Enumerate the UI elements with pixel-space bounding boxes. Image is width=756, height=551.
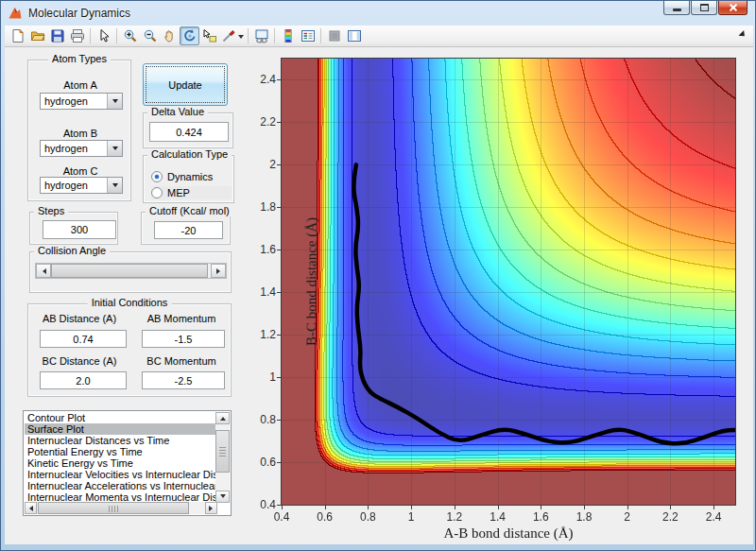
show-plot-tools-icon xyxy=(347,28,362,43)
insert-colorbar-button[interactable] xyxy=(278,26,298,45)
y-tick-label: 1.6 xyxy=(248,243,276,256)
print-figure-button[interactable] xyxy=(67,26,87,45)
dropdown-button[interactable] xyxy=(107,178,122,193)
bc-distance-field[interactable] xyxy=(40,371,127,389)
list-item[interactable]: Potential Energy vs Time xyxy=(25,446,215,457)
collision-angle-slider[interactable] xyxy=(35,263,227,279)
y-tick-label: 2.4 xyxy=(248,73,276,86)
data-cursor-button[interactable] xyxy=(199,26,219,45)
list-item[interactable]: Internuclear Accelerations vs Internucle… xyxy=(25,480,215,491)
y-tick-label: 0.4 xyxy=(248,498,276,511)
dropdown-caret-icon xyxy=(238,35,244,42)
rotate-3d-button[interactable] xyxy=(180,26,199,45)
save-figure-button[interactable] xyxy=(47,26,67,45)
radio-label: Dynamics xyxy=(167,171,213,182)
atom-a-dropdown[interactable]: hydrogen xyxy=(40,93,123,110)
list-item[interactable]: Internuclear Distances vs Time xyxy=(25,435,215,446)
link-plot-button[interactable] xyxy=(251,26,271,45)
close-icon xyxy=(729,3,738,12)
cutoff-field[interactable] xyxy=(154,221,223,239)
radio-mep[interactable]: MEP xyxy=(151,186,232,199)
slider-left-arrow[interactable] xyxy=(36,264,51,278)
atom-b-dropdown[interactable]: hydrogen xyxy=(40,140,123,157)
hscroll-right-arrow[interactable] xyxy=(205,502,217,514)
slider-right-arrow[interactable] xyxy=(211,264,226,278)
atom-c-value: hydrogen xyxy=(41,178,107,193)
list-item[interactable]: Kinetic Energy vs Time xyxy=(25,457,215,469)
cutoff-panel: Cutoff (Kcal/ mol) xyxy=(141,212,231,245)
figure-toolbar xyxy=(5,26,753,47)
list-vscrollbar[interactable] xyxy=(215,412,230,503)
list-item[interactable]: Contour Plot xyxy=(25,412,215,423)
insert-legend-button[interactable] xyxy=(298,26,318,45)
hide-plot-tools-button[interactable] xyxy=(324,26,344,45)
x-tick-mark xyxy=(498,506,499,509)
plot-type-listbox[interactable]: Contour PlotSurface PlotInternuclear Dis… xyxy=(23,410,232,516)
x-tick-mark xyxy=(282,506,283,509)
toolbar-separator xyxy=(248,28,249,43)
ab-momentum-field[interactable] xyxy=(142,330,225,348)
atom-c-dropdown[interactable]: hydrogen xyxy=(40,177,123,194)
pes-canvas[interactable] xyxy=(282,59,735,505)
steps-title: Steps xyxy=(34,205,68,216)
dropdown-button[interactable] xyxy=(107,94,122,109)
figure-client-area: Atom Types Atom AhydrogenAtom BhydrogenA… xyxy=(5,47,753,544)
matlab-logo-icon xyxy=(8,6,23,21)
x-axis-label: A-B bond distance (Å) xyxy=(282,525,735,542)
new-file-icon xyxy=(10,28,26,43)
list-item[interactable]: Internuclear Momenta vs Internuclear Dis… xyxy=(25,491,215,502)
minimize-button[interactable] xyxy=(663,1,690,15)
open-file-button[interactable] xyxy=(27,26,47,45)
delta-value-panel: Delta Value xyxy=(143,112,233,148)
steps-field[interactable] xyxy=(43,220,116,239)
x-tick-mark xyxy=(713,506,714,509)
vscroll-down-arrow[interactable] xyxy=(215,491,230,503)
print-figure-icon xyxy=(70,28,85,43)
bc-momentum-field[interactable] xyxy=(142,371,225,389)
hscroll-thumb[interactable] xyxy=(38,502,189,514)
bc-distance-label: BC Distance (A) xyxy=(28,355,130,367)
edit-plot-icon xyxy=(96,28,112,43)
window-title: Molecular Dynamics xyxy=(28,7,130,20)
edit-plot-button[interactable] xyxy=(94,26,113,45)
vscroll-up-arrow[interactable] xyxy=(215,412,230,424)
vscroll-thumb[interactable] xyxy=(215,430,230,473)
atom-b-value: hydrogen xyxy=(41,141,107,156)
zoom-out-icon xyxy=(143,28,158,43)
titlebar[interactable]: Molecular Dynamics xyxy=(1,1,755,26)
x-tick-mark xyxy=(455,506,455,509)
y-tick-mark xyxy=(277,335,281,336)
radio-dynamics[interactable]: Dynamics xyxy=(151,170,232,183)
hscroll-left-arrow[interactable] xyxy=(25,502,37,514)
delta-value-field[interactable] xyxy=(149,122,229,142)
cutoff-title: Cutoff (Kcal/ mol) xyxy=(146,205,233,216)
new-file-button[interactable] xyxy=(8,26,27,45)
list-item[interactable]: Internuclear Velocities vs Internuclear … xyxy=(25,469,215,480)
initial-conditions-panel: Initial Conditions AB Distance (A) AB Mo… xyxy=(27,303,232,397)
down-arrow-icon xyxy=(220,494,226,501)
dropdown-button[interactable] xyxy=(107,141,122,156)
radio-unselected-icon xyxy=(151,187,163,198)
x-tick-mark xyxy=(541,506,541,509)
update-button[interactable]: Update xyxy=(143,63,228,106)
x-tick-mark xyxy=(411,506,412,509)
close-button[interactable] xyxy=(718,1,747,15)
zoom-in-button[interactable] xyxy=(120,26,140,45)
x-tick-mark xyxy=(584,506,585,509)
x-tick-label: 1.8 xyxy=(568,510,600,524)
y-tick-mark xyxy=(277,292,281,293)
toolbar-overflow-arrow[interactable] xyxy=(738,30,749,42)
initial-conditions-title: Initial Conditions xyxy=(88,297,172,308)
zoom-out-button[interactable] xyxy=(140,26,160,45)
list-hscrollbar[interactable] xyxy=(25,502,217,514)
pan-button[interactable] xyxy=(160,26,180,45)
ab-distance-field[interactable] xyxy=(40,330,127,348)
show-plot-tools-button[interactable] xyxy=(344,26,364,45)
brush-data-button[interactable] xyxy=(219,26,245,45)
y-tick-label: 2.2 xyxy=(248,115,276,129)
ab-distance-label: AB Distance (A) xyxy=(28,313,130,324)
maximize-button[interactable] xyxy=(691,1,717,15)
list-item[interactable]: Surface Plot xyxy=(25,423,215,435)
toolbar-separator xyxy=(90,28,91,43)
slider-thumb[interactable] xyxy=(51,264,208,278)
